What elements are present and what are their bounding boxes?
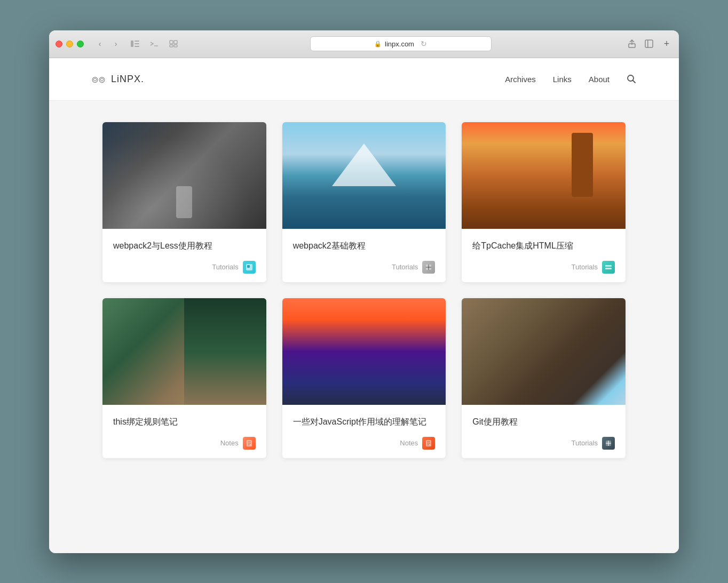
post-card-meta: Notes (293, 437, 436, 450)
search-button[interactable] (627, 74, 636, 84)
post-card-image (102, 298, 266, 405)
post-category: Tutorials (392, 263, 418, 271)
nav-about[interactable]: About (589, 75, 610, 84)
post-category: Tutorials (212, 263, 238, 271)
category-icon (243, 437, 256, 450)
category-icon (602, 261, 615, 274)
new-tab-button[interactable]: + (661, 38, 672, 50)
sidebar-button[interactable] (128, 38, 143, 50)
svg-rect-1 (134, 41, 139, 42)
post-card[interactable]: 给TpCache集成HTML压缩 Tutorials (462, 122, 626, 282)
svg-rect-3 (134, 46, 139, 47)
share-button[interactable] (624, 38, 639, 50)
post-card-meta: Tutorials (472, 261, 615, 274)
traffic-lights (56, 41, 84, 47)
nav-links[interactable]: Links (553, 75, 572, 84)
post-category: Notes (220, 439, 239, 447)
post-card-title: 一些对JavaScript作用域的理解笔记 (293, 416, 436, 428)
post-card-image (462, 122, 626, 229)
post-card-image (282, 298, 446, 405)
post-card-body: this绑定规则笔记 Notes (102, 405, 266, 458)
post-card-image (462, 298, 626, 405)
nav-arrows: ‹ › (92, 38, 123, 50)
back-button[interactable]: ‹ (92, 38, 107, 50)
post-category: Tutorials (572, 439, 598, 447)
category-icon (602, 437, 615, 450)
post-card-meta: Notes (113, 437, 256, 450)
post-card[interactable]: Git使用教程 Tutorials (462, 298, 626, 458)
post-card-title: 给TpCache集成HTML压缩 (472, 239, 615, 252)
post-card-meta: Tutorials (472, 437, 615, 450)
close-button[interactable] (56, 41, 62, 47)
svg-line-13 (633, 81, 636, 83)
url-text: linpx.com (385, 40, 414, 48)
svg-rect-2 (134, 43, 139, 44)
post-category: Notes (400, 439, 418, 447)
posts-grid: webpack2与Less使用教程 Tutorials (102, 122, 626, 458)
post-category: Tutorials (572, 263, 598, 271)
category-icon (243, 261, 256, 274)
site-nav: Archives Links About (505, 74, 636, 84)
post-card-title: this绑定规则笔记 (113, 416, 256, 428)
category-icon (422, 437, 435, 450)
page-content: ⌾⌾ LiNPX. Archives Links About (49, 58, 679, 553)
post-card[interactable]: 一些对JavaScript作用域的理解笔记 Notes (282, 298, 446, 458)
site-header: ⌾⌾ LiNPX. Archives Links About (49, 58, 679, 101)
svg-rect-0 (131, 41, 133, 47)
toolbar-right (624, 38, 656, 50)
site-logo[interactable]: ⌾⌾ LiNPX. (92, 73, 144, 85)
logo-text: LiNPX. (111, 74, 144, 85)
svg-rect-15 (247, 265, 250, 268)
post-card-meta: Tutorials (293, 261, 436, 274)
post-card[interactable]: webpack2与Less使用教程 Tutorials (102, 122, 266, 282)
post-card[interactable]: this绑定规则笔记 Notes (102, 298, 266, 458)
address-bar-wrap: 🔒 linpx.com ↻ (185, 36, 616, 51)
svg-rect-8 (174, 45, 177, 47)
svg-rect-10 (645, 40, 653, 47)
post-card-image (102, 122, 266, 229)
maximize-button[interactable] (77, 41, 84, 47)
add-tab-sidebar-button[interactable] (642, 38, 656, 50)
browser-window: ‹ › 🔒 (49, 30, 679, 553)
post-card-body: 一些对JavaScript作用域的理解笔记 Notes (282, 405, 446, 458)
devtools-button[interactable] (147, 38, 162, 50)
address-bar[interactable]: 🔒 linpx.com ↻ (310, 36, 492, 51)
main-content: webpack2与Less使用教程 Tutorials (49, 101, 679, 480)
svg-rect-19 (605, 265, 612, 267)
reload-icon[interactable]: ↻ (421, 39, 427, 48)
svg-rect-5 (170, 41, 173, 44)
svg-rect-11 (647, 40, 648, 47)
logo-icon: ⌾⌾ (92, 73, 106, 85)
nav-archives[interactable]: Archives (505, 75, 536, 84)
svg-rect-7 (170, 45, 173, 47)
post-card-body: webpack2与Less使用教程 Tutorials (102, 229, 266, 282)
svg-rect-6 (174, 41, 177, 44)
svg-rect-20 (605, 268, 612, 269)
post-card-body: webpack2基础教程 Tutorials (282, 229, 446, 282)
post-card-title: webpack2与Less使用教程 (113, 239, 256, 252)
lock-icon: 🔒 (374, 41, 382, 47)
post-card-image (282, 122, 446, 229)
forward-button[interactable]: › (108, 38, 123, 50)
category-icon (422, 261, 435, 274)
post-card-title: webpack2基础教程 (293, 239, 436, 252)
post-card[interactable]: webpack2基础教程 Tutorials (282, 122, 446, 282)
post-card-body: Git使用教程 Tutorials (462, 405, 626, 458)
post-card-body: 给TpCache集成HTML压缩 Tutorials (462, 229, 626, 282)
minimize-button[interactable] (66, 41, 73, 47)
post-card-meta: Tutorials (113, 261, 256, 274)
browser-titlebar: ‹ › 🔒 (49, 30, 679, 58)
extensions-button[interactable] (166, 38, 181, 50)
post-card-title: Git使用教程 (472, 416, 615, 428)
